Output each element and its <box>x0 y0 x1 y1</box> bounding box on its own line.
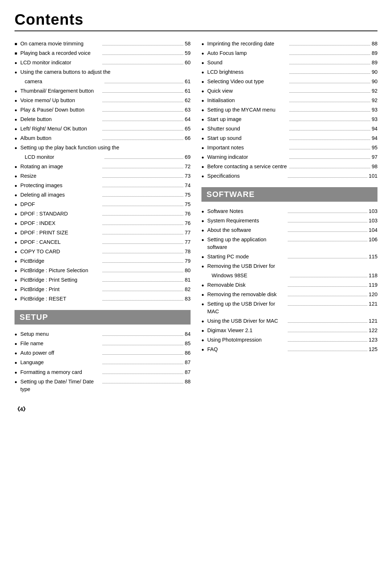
toc-label: PictBridge : RESET <box>20 295 101 303</box>
toc-label: Setup menu <box>20 330 101 338</box>
toc-label: Start up sound <box>207 134 288 142</box>
bullet-icon: ● <box>15 258 19 265</box>
toc-page: 92 <box>372 87 377 95</box>
toc-label: About the software <box>207 226 286 234</box>
toc-entry: ●Rotating an image72 <box>15 163 191 170</box>
toc-page: 88 <box>185 378 191 386</box>
toc-page: 76 <box>185 219 191 227</box>
right-column: ●Imprinting the recording date88●Auto Fo… <box>201 40 377 395</box>
toc-label: Using PhotoImpression <box>207 336 286 344</box>
toc-label: Setting up the USB Driver for MAC <box>207 300 286 315</box>
toc-entry: ●Left/ Right/ Menu/ OK button65 <box>15 125 191 133</box>
bullet-icon: ● <box>15 107 19 113</box>
toc-label: Protecting images <box>20 182 101 189</box>
bullet-icon: ● <box>15 350 19 357</box>
toc-page: 61 <box>185 78 191 85</box>
toc-label: PictBridge : Print Setting <box>20 276 101 284</box>
bullet-icon: ● <box>15 202 19 208</box>
toc-entry: ●COPY TO CARD78 <box>15 248 191 255</box>
toc-page: 89 <box>372 59 377 67</box>
toc-entry: ●Removable Disk119 <box>201 281 377 289</box>
bullet-icon: ● <box>15 173 19 180</box>
page-title: Contents <box>15 11 377 31</box>
toc-label: DPOF : CANCEL <box>20 238 101 246</box>
bullet-icon: ● <box>201 154 206 161</box>
toc-label: System Requirements <box>207 217 286 225</box>
bullet-icon: ● <box>201 98 206 104</box>
toc-label: COPY TO CARD <box>20 248 101 255</box>
bullet-icon: ● <box>15 136 19 142</box>
bullet-icon: ● <box>201 337 206 343</box>
toc-label: Formatting a memory card <box>20 368 101 376</box>
toc-entry: ●Protecting images74 <box>15 182 191 189</box>
bullet-icon: ● <box>15 379 19 385</box>
bullet-icon: ● <box>201 218 206 224</box>
bullet-icon: ● <box>15 268 19 274</box>
toc-label: Resize <box>20 172 101 180</box>
toc-label: Delete button <box>20 116 101 123</box>
toc-label: Imprinting the recording date <box>207 40 288 48</box>
bullet-icon: ● <box>15 239 19 246</box>
toc-label: Initialisation <box>207 97 288 104</box>
toc-entry: ●Start up image93 <box>201 116 377 123</box>
toc-entry: ■Playing back a recorded voice59 <box>15 49 191 57</box>
bullet-icon: ● <box>15 192 19 198</box>
toc-label: Album button <box>20 134 101 142</box>
bullet-icon: ● <box>15 69 19 76</box>
toc-page: 75 <box>185 201 191 208</box>
toc-entry: LCD monitor69 <box>15 153 191 161</box>
toc-label: LCD monitor indicator <box>20 59 101 67</box>
toc-page: 84 <box>185 330 191 338</box>
bullet-icon: ● <box>201 263 206 270</box>
toc-page: 120 <box>369 291 377 298</box>
bullet-icon: ● <box>201 254 206 260</box>
toc-page: 72 <box>185 163 191 170</box>
toc-label: Left/ Right/ Menu/ OK button <box>20 125 101 133</box>
toc-entry: ●Warning indicator97 <box>201 153 377 161</box>
toc-page: 78 <box>185 248 191 255</box>
bullet-icon: ● <box>15 277 19 283</box>
toc-page: 73 <box>185 172 191 180</box>
toc-label: Auto power off <box>20 349 101 357</box>
toc-label: Starting PC mode <box>207 253 286 261</box>
toc-label: Start up image <box>207 116 288 123</box>
toc-label: PictBridge : Picture Selection <box>20 267 101 274</box>
toc-entry: ●Setting up the Date/ Time/ Date type88 <box>15 378 191 393</box>
toc-entry: ●Album button66 <box>15 134 191 142</box>
toc-label: Sound <box>207 59 288 67</box>
toc-page: 93 <box>372 106 377 114</box>
toc-label: Specifications <box>207 172 286 180</box>
toc-page: 62 <box>185 97 191 104</box>
toc-entry: ●Imprinting the recording date88 <box>201 40 377 48</box>
toc-entry: ●Deleting all images75 <box>15 191 191 199</box>
bullet-icon: ● <box>201 347 206 353</box>
toc-page: 90 <box>372 68 377 76</box>
toc-entry: ●Specifications101 <box>201 172 377 180</box>
toc-label: Removing the removable disk <box>207 291 286 298</box>
toc-label: On camera movie trimming <box>20 40 101 48</box>
toc-label: Using the camera buttons to adjust the <box>20 68 191 76</box>
toc-page: 106 <box>369 236 377 243</box>
toc-entry: ■On camera movie trimming58 <box>15 40 191 48</box>
toc-label: Before contacting a service centre <box>207 163 288 170</box>
toc-label: Setting up the MYCAM menu <box>207 106 288 114</box>
toc-label: Auto Focus lamp <box>207 49 288 57</box>
bullet-icon: ● <box>201 173 206 180</box>
toc-page: 74 <box>185 182 191 189</box>
toc-page: 123 <box>369 336 377 344</box>
toc-page: 94 <box>372 125 377 133</box>
toc-entry: ●Setting up the application software106 <box>201 236 377 251</box>
toc-entry: ●Removing the removable disk120 <box>201 291 377 298</box>
bullet-icon: ● <box>201 318 206 325</box>
bullet-icon: ● <box>201 227 206 234</box>
toc-entry: ●Formatting a memory card87 <box>15 368 191 376</box>
toc-page: 119 <box>369 281 377 289</box>
toc-entry: camera61 <box>15 78 191 85</box>
bullet-icon: ● <box>15 183 19 189</box>
toc-entry: ●PictBridge : Picture Selection80 <box>15 267 191 274</box>
toc-label: Important notes <box>207 144 288 152</box>
bullet-icon: ● <box>201 237 206 243</box>
toc-entry: ●Shutter sound94 <box>201 125 377 133</box>
toc-page: 77 <box>185 229 191 237</box>
bullet-icon: ● <box>15 88 19 94</box>
